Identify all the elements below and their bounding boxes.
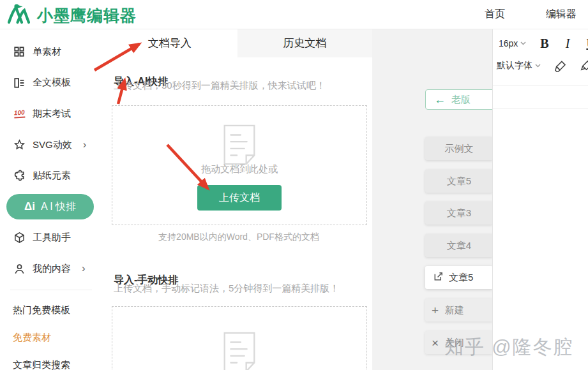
sidebar-item-7[interactable]: 我的内容›	[0, 253, 102, 285]
hundred-score-icon: 100	[13, 107, 26, 120]
article-tab-label: 文章4	[447, 240, 471, 252]
article-tab-label: 文章5	[447, 175, 471, 188]
article-tab-0[interactable]: 示例文	[425, 137, 492, 160]
sidebar-item-4[interactable]: 贴纸元素	[0, 160, 102, 191]
app-logo[interactable]: 小墨鹰编辑器	[6, 3, 137, 28]
new-article-button[interactable]: + 新建	[425, 299, 492, 322]
toolbar-divider	[493, 85, 588, 85]
old-version-label: 老版	[451, 94, 471, 106]
cube-icon	[13, 232, 26, 244]
sidebar-item-2[interactable]: 100期末考试	[0, 98, 102, 130]
watermark: 知乎 @隆冬腔	[444, 334, 574, 360]
back-arrow-icon: ←	[434, 94, 446, 105]
manual-import-subtitle: 上传文档，手动标记语法，5分钟得到一篇精美排版！	[114, 283, 339, 295]
document-icon	[112, 124, 366, 166]
sidebar-link-2[interactable]: 文章归类搜索	[0, 352, 102, 370]
sidebar-menu: 单素材全文模板100期末考试SVG动效›贴纸元素ΔiA I 快排工具助手我的内容…	[0, 29, 102, 285]
nav-editor[interactable]: 编辑器	[546, 8, 577, 21]
sidebar-item-label: SVG动效	[33, 139, 72, 151]
ai-import-subtitle: 上传文档，30秒得到一篇精美排版，快来试试吧！	[114, 80, 326, 92]
grid-icon	[13, 45, 26, 58]
import-tab-bar: 文档导入历史文档	[102, 29, 372, 57]
chevron-down-icon[interactable]	[535, 64, 541, 68]
sidebar-item-label: 全文模板	[33, 77, 71, 89]
article-tab-1[interactable]: 文章5	[425, 170, 492, 193]
close-icon: ×	[432, 337, 439, 349]
format-brush-icon[interactable]	[580, 59, 588, 73]
article-tab-3[interactable]: 文章4	[425, 234, 492, 257]
sidebar-item-label: 我的内容	[33, 263, 71, 275]
eraser-icon[interactable]	[554, 59, 567, 73]
article-tab-label: 文章3	[447, 207, 471, 219]
article-tab-label: 文章5	[449, 272, 473, 284]
chevron-down-icon[interactable]	[520, 41, 526, 45]
edit-icon	[433, 271, 444, 284]
upload-document-button[interactable]: 上传文档	[197, 185, 282, 211]
plus-icon: +	[432, 304, 439, 316]
template-icon	[13, 77, 26, 89]
ai-quick-layout-button[interactable]: ΔiA I 快排	[6, 194, 94, 219]
sidebar-item-6[interactable]: 工具助手	[0, 223, 102, 254]
app-title: 小墨鹰编辑器	[37, 5, 137, 26]
ai-logo-icon: Δi	[24, 200, 35, 213]
sidebar-link-0[interactable]: 热门免费模板	[0, 297, 102, 324]
document-icon	[112, 331, 366, 370]
ai-upload-dropzone[interactable]: 拖动文档到此处或 上传文档	[112, 105, 367, 225]
sidebar-links: 热门免费模板免费素材文章归类搜索	[0, 290, 102, 370]
star-icon	[13, 138, 26, 151]
sidebar-item-label: 工具助手	[33, 232, 71, 244]
sidebar-item-5: ΔiA I 快排	[0, 191, 102, 223]
italic-button[interactable]: I	[566, 36, 570, 51]
bold-button[interactable]: B	[540, 36, 548, 51]
nav-home[interactable]: 首页	[485, 8, 505, 21]
sidebar-item-3[interactable]: SVG动效›	[0, 130, 102, 161]
drag-hint-text: 拖动文档到此处或	[112, 163, 366, 175]
new-article-label: 新建	[445, 304, 464, 316]
sidebar-item-label: 贴纸元素	[33, 170, 71, 182]
chevron-right-icon: ›	[83, 138, 87, 151]
font-size-value[interactable]: 16px	[499, 38, 518, 48]
sidebar-item-label: 期末考试	[33, 108, 71, 120]
sidebar-item-label: 单素材	[33, 46, 61, 58]
canvas-divider	[493, 108, 588, 109]
editor-dimmed-area: ← 老版 示例文文章5文章3文章4文章5 + 新建 × 关闭	[372, 29, 492, 370]
sidebar-item-0[interactable]: 单素材	[0, 36, 102, 68]
sidebar-link-1[interactable]: 免费素材	[0, 324, 102, 352]
article-tab-4[interactable]: 文章5	[425, 266, 492, 289]
document-import-panel: 文档导入历史文档 导入-AI快排 上传文档，30秒得到一篇精美排版，快来试试吧！…	[102, 29, 372, 370]
chevron-right-icon: ›	[82, 262, 86, 275]
eagle-logo-icon	[6, 3, 32, 28]
tab-history-documents[interactable]: 历史文档	[237, 29, 373, 57]
tab-document-import[interactable]: 文档导入	[102, 29, 237, 57]
top-navigation: 首页编辑器	[485, 0, 577, 29]
article-tab-label: 示例文	[445, 143, 474, 155]
article-tab-2[interactable]: 文章3	[425, 202, 492, 225]
top-header: 小墨鹰编辑器 首页编辑器	[0, 0, 588, 29]
manual-upload-dropzone[interactable]	[112, 306, 367, 370]
sidebar-item-1[interactable]: 全文模板	[0, 68, 102, 99]
editor-toolbar-panel: 16px B I U 默认字体	[492, 29, 588, 370]
sidebar-item-label: A I 快排	[41, 200, 76, 214]
upload-format-note: 支持20MB以内的Word、PDF格式的文档	[112, 232, 366, 243]
left-sidebar: 单素材全文模板100期末考试SVG动效›贴纸元素ΔiA I 快排工具助手我的内容…	[0, 29, 102, 370]
puzzle-icon	[13, 170, 26, 182]
old-version-button[interactable]: ← 老版	[425, 89, 492, 110]
user-icon	[13, 262, 26, 275]
font-family-select[interactable]: 默认字体	[497, 60, 532, 71]
